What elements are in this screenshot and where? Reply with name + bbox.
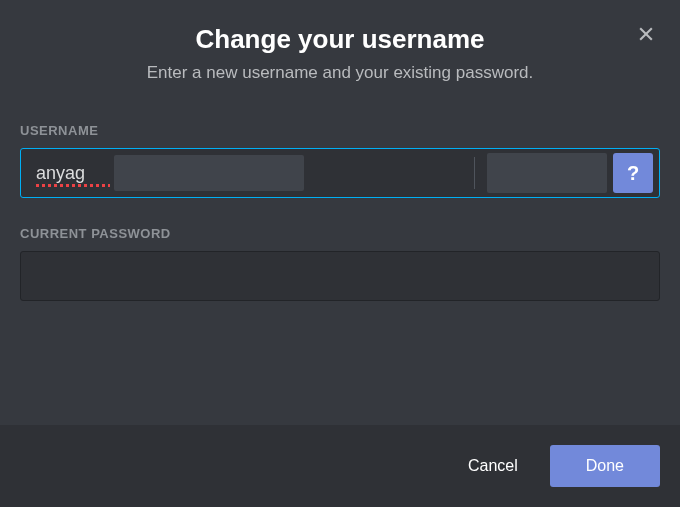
discriminator-field[interactable] bbox=[487, 153, 607, 193]
modal-subtitle: Enter a new username and your existing p… bbox=[20, 63, 660, 83]
modal-title: Change your username bbox=[20, 24, 660, 55]
help-button[interactable]: ? bbox=[613, 153, 653, 193]
username-container: ? bbox=[20, 148, 660, 198]
password-input[interactable] bbox=[20, 251, 660, 301]
done-button[interactable]: Done bbox=[550, 445, 660, 487]
modal-footer: Cancel Done bbox=[0, 425, 680, 507]
password-label: CURRENT PASSWORD bbox=[20, 226, 660, 241]
change-username-modal: Change your username Enter a new usernam… bbox=[0, 0, 680, 507]
modal-header: Change your username Enter a new usernam… bbox=[0, 0, 680, 99]
modal-content: USERNAME ? CURRENT PASSWORD bbox=[0, 99, 680, 425]
username-label: USERNAME bbox=[20, 123, 660, 138]
close-icon bbox=[636, 24, 656, 44]
question-icon: ? bbox=[627, 162, 639, 185]
username-field-group: USERNAME ? bbox=[20, 123, 660, 198]
close-button[interactable] bbox=[632, 20, 660, 48]
discriminator-wrap: ? bbox=[474, 152, 656, 194]
redaction-overlay bbox=[114, 155, 304, 191]
divider bbox=[474, 157, 475, 189]
spellcheck-underline bbox=[36, 184, 110, 187]
cancel-button[interactable]: Cancel bbox=[444, 445, 542, 487]
password-field-group: CURRENT PASSWORD bbox=[20, 226, 660, 301]
